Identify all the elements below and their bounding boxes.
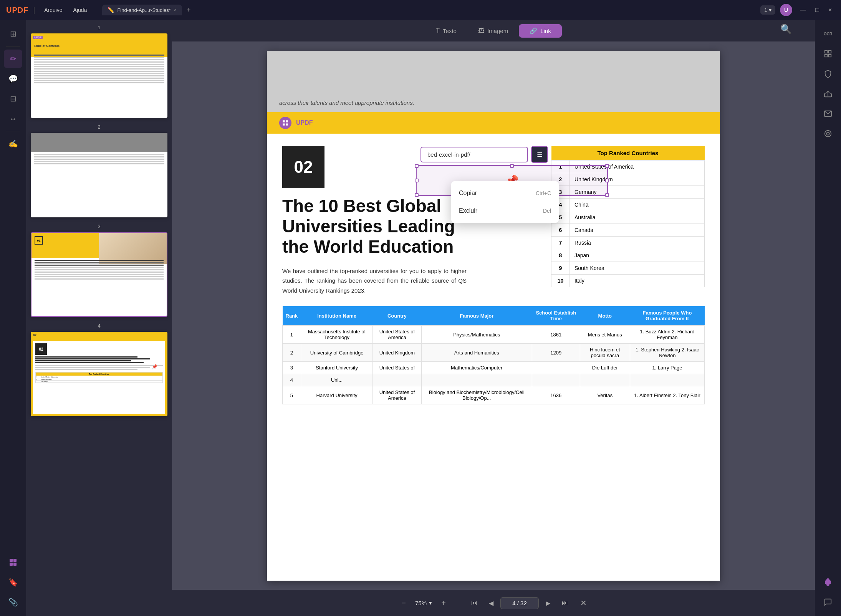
sidebar-icon-convert[interactable]: ↔ [4,109,22,128]
tab-icon: ✏️ [108,7,114,13]
last-page-button[interactable]: ⏭ [557,595,573,611]
universities-table-wrapper: RankInstitution NameCountryFamous MajorS… [282,306,705,404]
country-cell: China [570,199,705,211]
url-settings-button[interactable] [531,146,548,163]
page-nav-top[interactable]: 1 ▾ [760,5,775,15]
table-cell: Mathematics/Computer [421,362,532,374]
thumb-p3-num: 01 [35,236,43,245]
close-search-button[interactable]: ✕ [576,595,591,611]
thumb-toc-1: Table of Contents [34,44,60,48]
context-delete[interactable]: Excluir Del [451,202,559,220]
svg-rect-1 [13,559,17,562]
pdf-page: across their talents and meet appropriat… [267,51,720,581]
table-cell: Stanford University [301,362,373,374]
prev-page-button[interactable]: ◀ [483,595,499,611]
ranked-table-header: Top Ranked Countries [551,146,705,161]
table-cell: 2 [283,344,301,362]
resize-handle-br[interactable] [605,193,609,197]
table-cell: University of Cambridge [301,344,373,362]
table-column-header: School Establish Time [532,306,580,326]
sidebar-icon-organize[interactable]: ⊟ [4,89,22,108]
resize-handle-rm[interactable] [605,179,609,182]
url-input-field[interactable] [420,147,528,162]
first-page-button[interactable]: ⏮ [467,595,482,611]
snapshot-button[interactable] [819,124,837,143]
zoom-percent: 75% [415,600,427,606]
ai-button[interactable] [819,573,837,591]
rank-cell: 7 [551,237,570,249]
next-page-button[interactable]: ▶ [540,595,556,611]
section-title: The 10 Best Global Universities Leading … [282,196,467,257]
texto-icon: T [436,27,440,34]
maximize-button[interactable]: □ [812,5,822,15]
sidebar-icon-edit[interactable]: ✏ [4,50,22,68]
ranked-table-row: 4China [551,199,705,211]
resize-handle-bl[interactable] [415,193,419,197]
tab-imagem[interactable]: 🖼 Imagem [467,24,519,37]
close-button[interactable]: × [825,5,835,15]
thumbnail-page-4[interactable]: 02 Top Ranked Countries 1United States o… [31,332,167,416]
resize-handle-tr[interactable] [605,164,609,168]
context-copy[interactable]: Copiar Ctrl+C [451,184,559,202]
menu-ajuda[interactable]: Ajuda [69,5,92,15]
tab-texto[interactable]: T Texto [425,24,467,37]
thumbnail-page-3[interactable]: 01 [31,232,167,317]
table-cell: 1. Buzz Aldrin 2. Richard Feynman [630,326,704,344]
table-row: 2University of CambridgeUnited KingdomAr… [283,344,705,362]
user-avatar[interactable]: U [780,4,792,16]
country-cell: South Korea [570,262,705,275]
table-cell: United Kingdom [373,344,421,362]
table-cell: Die Luft der [580,362,630,374]
table-cell: Massachusetts Institute of Technology [301,326,373,344]
chat-button[interactable] [819,593,837,611]
new-tab-button[interactable]: + [184,6,194,14]
page-input[interactable]: 4 / 32 [500,597,539,609]
ocr-button[interactable]: OCR [819,25,837,43]
zoom-level-display: 75% ▾ [411,597,436,609]
protect-button[interactable] [819,65,837,83]
table-cell: 1. Larry Page [630,362,704,374]
tab-close-button[interactable]: × [174,7,177,13]
sidebar-icon-thumbnail[interactable]: ⊞ [4,25,22,43]
share-button[interactable] [819,84,837,103]
table-column-header: Famous People Who Graduated From It [630,306,704,326]
sidebar-icon-sign[interactable]: ✍ [4,134,22,153]
sidebar-icon-comment[interactable]: 💬 [4,70,22,88]
table-cell: Veritas [580,386,630,404]
sidebar-icon-clip[interactable]: 📎 [4,593,22,611]
table-cell: Mens et Manus [580,326,630,344]
sidebar-icon-bookmark[interactable]: 🔖 [4,573,22,591]
svg-point-9 [826,132,829,135]
thumbnail-page-2[interactable] [31,133,167,217]
menu-arquivo[interactable]: Arquivo [40,5,67,15]
rank-cell: 10 [551,275,570,287]
table-cell: Biology and Biochemistry/Microbiology/Ce… [421,386,532,404]
section-body-text: We have outlined the top-ranked universi… [282,266,467,296]
active-tab[interactable]: ✏️ Find-and-Ap...r-Studies* × [102,5,182,15]
resize-handle-tm[interactable] [510,164,514,168]
zoom-dropdown-icon[interactable]: ▾ [429,599,432,606]
svg-rect-0 [10,559,13,562]
divider: | [33,6,35,14]
mail-button[interactable] [819,104,837,123]
bottom-bar: − 75% ▾ + ⏮ ◀ 4 / 32 ▶ ⏭ ✕ [172,590,815,616]
copy-label: Copiar [459,190,477,197]
resize-handle-lm[interactable] [415,179,419,182]
search-button[interactable]: 🔍 [780,24,792,35]
delete-label: Excluir [459,207,477,214]
tab-link[interactable]: 🔗 Link [519,24,562,38]
rank-cell: 9 [551,262,570,275]
thumb-page-num-2: 2 [31,124,167,130]
thumbnail-page-1[interactable]: UPDF Table of Contents [31,33,167,118]
sidebar-icon-layers[interactable] [4,553,22,571]
minimize-button[interactable]: — [797,5,809,15]
zoom-in-button[interactable]: + [436,595,451,611]
imagem-icon: 🖼 [478,27,484,34]
page-view[interactable]: across their talents and meet appropriat… [172,41,815,590]
scanner-button[interactable] [819,45,837,63]
table-cell [532,374,580,386]
zoom-out-button[interactable]: − [396,595,411,611]
ranked-table-row: 5Australia [551,211,705,224]
table-cell: Arts and Humanities [421,344,532,362]
resize-handle-tl[interactable] [415,164,419,168]
